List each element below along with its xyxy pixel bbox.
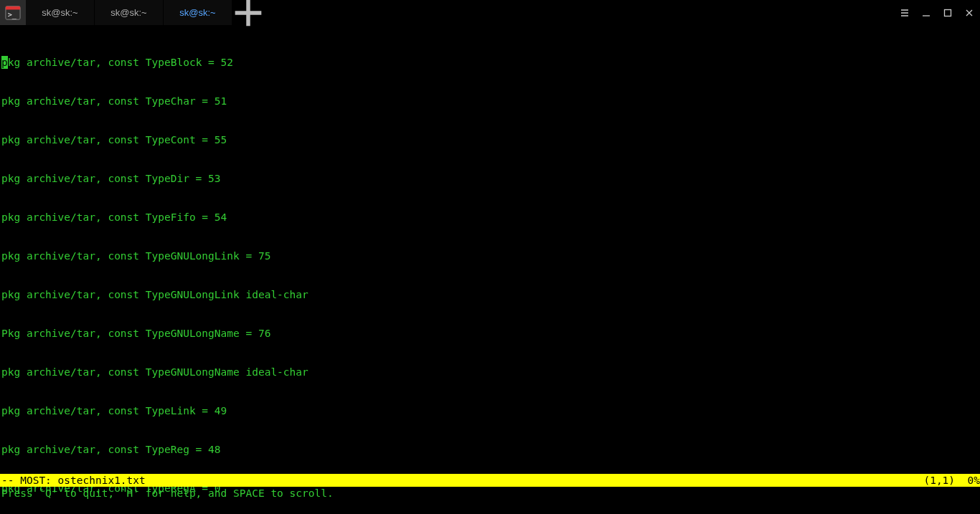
output-line: pkg archive/tar, const TypeBlock = 52	[0, 56, 980, 69]
tab-3-active[interactable]: sk@sk:~	[164, 0, 232, 25]
app-icon: >_	[0, 0, 26, 25]
output-line: pkg archive/tar, const TypeCont = 55	[0, 133, 980, 146]
tab-1[interactable]: sk@sk:~	[26, 0, 95, 25]
close-icon	[965, 9, 974, 17]
hamburger-icon	[900, 9, 909, 17]
status-right: (1,1) 0%	[923, 474, 980, 487]
terminal-output[interactable]: pkg archive/tar, const TypeBlock = 52 pk…	[0, 26, 980, 514]
output-line: pkg archive/tar, const TypeGNULongLink =…	[0, 249, 980, 262]
titlebar-spacer	[264, 0, 894, 25]
close-button[interactable]	[958, 0, 980, 26]
titlebar: >_ sk@sk:~ sk@sk:~ sk@sk:~	[0, 0, 980, 26]
pager-statusbar: -- MOST: ostechnix1.txt (1,1) 0%	[0, 474, 980, 487]
plus-icon	[232, 0, 264, 29]
output-line: pkg archive/tar, const TypeLink = 49	[0, 404, 980, 417]
output-line: pkg archive/tar, const TypeReg = 48	[0, 443, 980, 456]
hamburger-menu-button[interactable]	[894, 0, 915, 26]
maximize-button[interactable]	[937, 0, 958, 26]
maximize-icon	[943, 9, 952, 17]
minimize-icon	[922, 9, 930, 17]
minimize-button[interactable]	[915, 0, 937, 26]
output-line: pkg archive/tar, const TypeGNULongLink i…	[0, 288, 980, 301]
status-left: -- MOST: ostechnix1.txt	[1, 474, 146, 487]
svg-text:>_: >_	[8, 10, 17, 19]
tab-2[interactable]: sk@sk:~	[95, 0, 164, 25]
output-line: pkg archive/tar, const TypeChar = 51	[0, 95, 980, 108]
output-line: pkg archive/tar, const TypeDir = 53	[0, 172, 980, 185]
output-text: kg archive/tar, const TypeBlock = 52	[8, 57, 233, 68]
svg-rect-3	[945, 9, 951, 16]
cursor: p	[1, 56, 8, 69]
status-spacer	[146, 474, 924, 487]
output-line: pkg archive/tar, const TypeGNULongName i…	[0, 366, 980, 379]
svg-rect-1	[6, 6, 20, 9]
new-tab-button[interactable]	[232, 0, 264, 25]
pager-help-line: Press `Q' to quit, `H' for help, and SPA…	[0, 487, 980, 500]
output-line: pkg archive/tar, const TypeFifo = 54	[0, 211, 980, 224]
output-line: Pkg archive/tar, const TypeGNULongName =…	[0, 327, 980, 340]
window-controls	[894, 0, 980, 25]
terminal-icon: >_	[5, 5, 21, 21]
